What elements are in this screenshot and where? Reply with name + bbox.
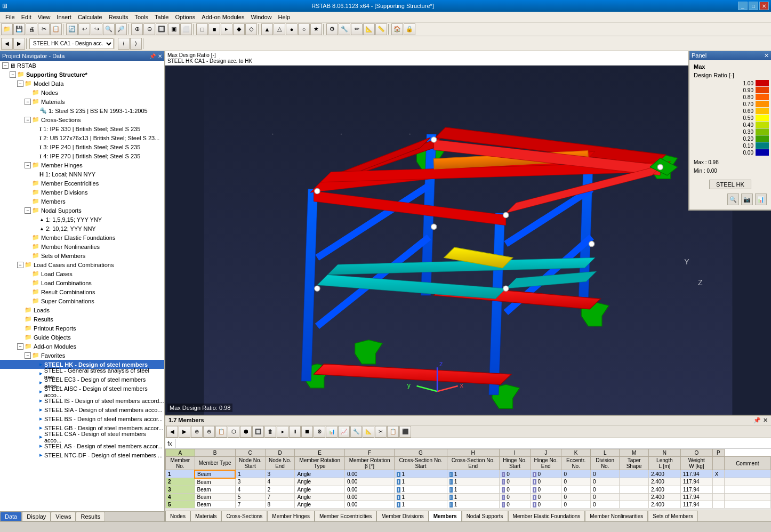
table-cell[interactable]: 5 [166,501,195,508]
tree-item-nodal-supports[interactable]: −📁Nodal Supports [0,206,164,215]
btoolbar-btn-9[interactable]: ▸ [277,426,288,438]
tree-item-members[interactable]: 📁Members [0,197,164,206]
table-cell[interactable]: 3 [265,470,295,478]
btoolbar-btn-5[interactable]: ⬡ [228,426,239,438]
table-cell[interactable]: I 1 [395,501,447,508]
btoolbar-btn-11[interactable]: ⏹ [301,426,313,438]
table-cell[interactable]: Angle [295,493,344,501]
table-tab-members[interactable]: Members [429,511,462,521]
tree-item-cross-sections[interactable]: −📁Cross-Sections [0,115,164,124]
tree-item-nodes[interactable]: 📁Nodes [0,88,164,97]
toolbar-btn-14[interactable]: ⬜ [180,23,192,35]
menu-item-tools[interactable]: Tools [131,13,151,21]
steel-hk-button[interactable]: STEEL HK [709,180,751,189]
tree-item-member-nonlinear[interactable]: 📁Member Nonlinearities [0,242,164,251]
table-cell[interactable] [712,493,724,501]
table-cell[interactable]: Angle [295,501,344,508]
table-cell[interactable]: I 1 [395,478,447,486]
table-cell[interactable]: 0 [561,486,591,493]
table-row[interactable]: 5Beam78Angle0.00I 1I 1I 0I 0002.400117.9… [166,501,771,508]
table-cell[interactable]: Beam [195,470,235,478]
tree-toggle-favorites[interactable]: − [25,352,31,359]
tree-item-steel-csa[interactable]: ▸STEEL CSA - Design of steel members acc… [0,432,164,441]
menu-item-calculate[interactable]: Calculate [75,13,106,21]
tb-btn-2[interactable]: ▶ [13,38,25,50]
tree-item-addon-modules[interactable]: −📁Add-on Modules [0,342,164,351]
table-cell[interactable]: 0 [561,478,591,486]
btoolbar-btn-2[interactable]: ⊕ [191,426,203,438]
menu-item-help[interactable]: Help [275,13,294,21]
toolbar-btn-22[interactable]: ● [286,23,298,35]
menu-item-options[interactable]: Options [172,13,198,21]
toolbar-btn-26[interactable]: 🔧 [339,23,350,35]
table-cell[interactable] [620,478,649,486]
toolbar-btn-17[interactable]: ▸ [221,23,232,35]
toolbar-btn-10[interactable]: ⊕ [131,23,143,35]
tree-toggle-load-cases-combos[interactable]: − [17,262,23,268]
table-cell[interactable]: Angle [295,470,344,478]
tb-prev[interactable]: ⟨ [118,38,130,50]
toolbar-btn-3[interactable]: ✂ [38,23,50,35]
table-row[interactable]: 4Beam57Angle0.00I 1I 1I 0I 0002.400117.9… [166,493,771,501]
table-cell[interactable]: I 0 [531,486,561,493]
toolbar-btn-30[interactable]: 🏠 [391,23,403,35]
toolbar-btn-15[interactable]: □ [196,23,208,35]
table-cell[interactable] [620,501,649,508]
table-cell[interactable]: I 1 [395,493,447,501]
tree-toggle-addon-modules[interactable]: − [17,343,23,350]
table-cell[interactable]: I 0 [531,470,561,478]
table-cell[interactable] [620,493,649,501]
tree-item-result-combinations[interactable]: 📁Result Combinations [0,287,164,296]
btoolbar-btn-12[interactable]: ⚙ [314,426,325,438]
tree-toggle-member-hinges[interactable]: − [25,162,31,168]
table-cell[interactable]: 0 [590,478,620,486]
tree-toggle-nodal-supports[interactable]: − [25,207,31,214]
menu-item-insert[interactable]: Insert [53,13,75,21]
tree-item-load-combinations[interactable]: 📁Load Combinations [0,278,164,287]
toolbar-btn-21[interactable]: △ [274,23,285,35]
table-cell[interactable]: 117.94 [680,470,712,478]
table-cell[interactable]: I 0 [499,470,530,478]
table-cell[interactable]: 0 [590,501,620,508]
table-cell[interactable]: 4 [265,478,295,486]
btoolbar-btn-16[interactable]: 📐 [363,426,374,438]
toolbar-btn-2[interactable]: 🖨 [26,23,37,35]
table-cell[interactable]: 2.400 [648,501,680,508]
toolbar-btn-1[interactable]: 💾 [13,23,25,35]
toolbar-btn-24[interactable]: ★ [310,23,322,35]
table-tab-member-nonlinearities[interactable]: Member Nonlinearities [585,511,648,521]
tree-item-member-eccentricities[interactable]: 📁Member Eccentricities [0,179,164,188]
btoolbar-btn-4[interactable]: 📋 [215,426,227,438]
tree-item-loads[interactable]: 📁Loads [0,305,164,315]
tree-item-model-data[interactable]: −📁Model Data [0,79,164,88]
toolbar-btn-6[interactable]: ↩ [78,23,90,35]
menu-item-window[interactable]: Window [247,13,275,21]
toolbar-btn-9[interactable]: 🔎 [115,23,127,35]
table-cell[interactable] [712,478,724,486]
btoolbar-btn-0[interactable]: ◀ [166,426,178,438]
table-cell[interactable]: 1 [166,470,195,478]
table-cell[interactable]: 2.400 [648,470,680,478]
table-tab-nodal-supports[interactable]: Nodal Supports [462,511,508,521]
toolbar-btn-27[interactable]: ✏ [351,23,363,35]
table-tab-member-eccentricities[interactable]: Member Eccentricities [315,511,376,521]
tree-item-steel-aisc[interactable]: ▸STEEL AISC - Design of steel members ac… [0,387,164,396]
table-cell[interactable]: 0 [561,493,591,501]
tree-item-member-hinges[interactable]: −📁Member Hinges [0,160,164,170]
toolbar-btn-25[interactable]: ⚙ [326,23,338,35]
table-cell[interactable]: 3 [235,478,265,486]
nav-tab-views[interactable]: Views [51,512,76,521]
table-cell[interactable]: I 0 [499,478,530,486]
table-cell[interactable]: 2.400 [648,493,680,501]
tree-item-cs4[interactable]: I4: IPE 270 | British Steel; Steel S 235 [0,151,164,160]
table-tab-member-hinges[interactable]: Member Hinges [267,511,315,521]
btoolbar-btn-10[interactable]: ⏸ [289,426,301,438]
toolbar-btn-23[interactable]: ○ [298,23,310,35]
tree-item-member-elastic[interactable]: 📁Member Elastic Foundations [0,233,164,242]
btoolbar-btn-8[interactable]: 🗑 [264,426,276,438]
table-cell[interactable] [712,501,724,508]
tree-item-steel-as[interactable]: ▸STEEL AS - Design of steel members acco… [0,441,164,450]
toolbar-btn-16[interactable]: ■ [208,23,220,35]
toolbar-btn-7[interactable]: ↪ [91,23,102,35]
table-cell[interactable] [724,486,770,493]
